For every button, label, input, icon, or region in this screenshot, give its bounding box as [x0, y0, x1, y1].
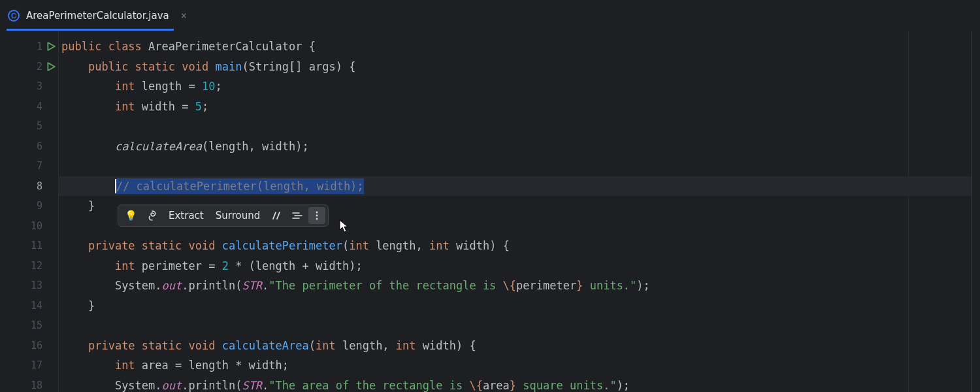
- code-line[interactable]: System.out.println(STR."The area of the …: [59, 376, 972, 393]
- token-kw: void: [182, 60, 215, 73]
- token-fld: STR: [242, 379, 262, 392]
- gutter-line[interactable]: 4: [0, 97, 58, 117]
- class-file-icon: C: [8, 10, 20, 22]
- gutter: 123456789101112131415161718: [0, 31, 59, 392]
- code-line[interactable]: private static void calculateArea(int le…: [59, 336, 972, 356]
- token-str: "The area of the rectangle is: [269, 379, 469, 392]
- token-kw: static: [142, 339, 189, 352]
- token-kw: public: [61, 40, 108, 53]
- ai-assist-button[interactable]: [142, 206, 162, 225]
- tab-active[interactable]: C AreaPerimeterCalculator.java ×: [0, 0, 200, 31]
- line-number: 3: [37, 80, 42, 92]
- token-p: );: [636, 279, 649, 292]
- gutter-line[interactable]: 10: [0, 216, 58, 237]
- intention-bulb-button[interactable]: 💡: [121, 206, 141, 225]
- code-line[interactable]: [59, 116, 972, 137]
- token-tpl: \{: [469, 379, 482, 392]
- gutter-line[interactable]: 11: [0, 236, 58, 256]
- gutter-line[interactable]: 16: [0, 336, 58, 356]
- code-line[interactable]: }: [59, 296, 972, 316]
- extract-button[interactable]: Extract: [163, 206, 209, 225]
- token-cm: // calculatePerimeter(length, width);: [116, 180, 364, 193]
- code-line[interactable]: int width = 5;: [59, 97, 972, 117]
- token-kw: int: [429, 239, 456, 252]
- token-p: }: [88, 199, 95, 212]
- run-gutter-icon[interactable]: [46, 42, 56, 51]
- code-line[interactable]: [59, 156, 972, 176]
- gutter-line[interactable]: 2: [0, 57, 58, 77]
- token-kw: int: [115, 80, 142, 93]
- line-number: 15: [31, 319, 42, 331]
- code-line[interactable]: System.out.println(STR."The perimeter of…: [59, 276, 972, 296]
- code-line[interactable]: int perimeter = 2 * (length + width);: [59, 256, 972, 276]
- code-line[interactable]: int area = length * width;: [59, 355, 972, 376]
- kebab-icon: [312, 210, 321, 221]
- token-kw: void: [189, 339, 222, 352]
- token-p: perimeter: [516, 279, 576, 292]
- token-str: units.": [583, 279, 636, 292]
- gutter-line[interactable]: 3: [0, 76, 58, 97]
- line-number: 11: [31, 240, 42, 252]
- token-p: area = length * width;: [142, 359, 289, 372]
- line-number: 6: [37, 140, 42, 152]
- code-line[interactable]: public static void main(String[] args) {: [59, 57, 972, 77]
- token-kw: int: [316, 339, 342, 352]
- gutter-line[interactable]: 6: [0, 137, 58, 157]
- gutter-line[interactable]: 12: [0, 256, 58, 276]
- token-p: * (length + width);: [229, 259, 363, 272]
- token-kw: int: [396, 339, 423, 352]
- run-gutter-icon[interactable]: [46, 62, 56, 71]
- gutter-line[interactable]: 8: [0, 176, 58, 197]
- token-num: 2: [222, 259, 229, 272]
- token-p: [] args) {: [289, 60, 355, 73]
- more-actions-button[interactable]: [308, 207, 325, 224]
- code-line[interactable]: [59, 316, 972, 336]
- line-number: 4: [37, 101, 42, 112]
- floating-action-toolbar: 💡 Extract Surround: [118, 204, 329, 227]
- code-line[interactable]: calculateArea(length, width);: [59, 137, 972, 157]
- gutter-line[interactable]: 5: [0, 116, 58, 137]
- surround-button[interactable]: Surround: [210, 206, 265, 225]
- code-line[interactable]: // calculatePerimeter(length, width);: [59, 176, 972, 197]
- gutter-line[interactable]: 7: [0, 156, 58, 176]
- svg-point-2: [316, 218, 318, 220]
- token-p: width =: [142, 100, 195, 113]
- code-line[interactable]: public class AreaPerimeterCalculator {: [59, 37, 972, 57]
- line-number: 13: [31, 280, 42, 291]
- tab-title: AreaPerimeterCalculator.java: [26, 10, 169, 22]
- token-p: area: [483, 379, 510, 392]
- bulb-icon: 💡: [125, 210, 137, 221]
- token-kw: int: [115, 100, 142, 113]
- token-kw: public: [88, 60, 135, 73]
- line-number: 7: [37, 160, 42, 172]
- token-fld: STR: [242, 279, 262, 292]
- comment-button[interactable]: [267, 208, 286, 223]
- token-p: .: [262, 279, 269, 292]
- scrollbar[interactable]: [972, 31, 980, 392]
- token-fld: out: [162, 379, 182, 392]
- text-selection: // calculatePerimeter(length, width);: [116, 178, 364, 194]
- svg-point-1: [316, 215, 318, 217]
- token-p: .: [262, 379, 269, 392]
- code-line[interactable]: int length = 10;: [59, 76, 972, 97]
- gutter-line[interactable]: 1: [0, 37, 58, 57]
- line-number: 16: [31, 340, 42, 351]
- reformat-button[interactable]: [287, 208, 307, 223]
- gutter-line[interactable]: 17: [0, 355, 58, 376]
- token-kw: static: [142, 239, 189, 252]
- code-line[interactable]: private static void calculatePerimeter(i…: [59, 236, 972, 256]
- close-icon[interactable]: ×: [176, 10, 192, 22]
- reformat-icon: [291, 211, 303, 220]
- token-fld: out: [162, 279, 182, 292]
- gutter-line[interactable]: 14: [0, 296, 58, 316]
- gutter-line[interactable]: 18: [0, 376, 58, 393]
- gutter-line[interactable]: 9: [0, 196, 58, 216]
- gutter-line[interactable]: 15: [0, 316, 58, 336]
- token-p: System.: [115, 279, 162, 292]
- token-fni: calculateArea: [115, 140, 202, 153]
- token-p: );: [617, 379, 630, 392]
- tab-bar: C AreaPerimeterCalculator.java ×: [0, 0, 980, 31]
- token-str: square units.": [516, 379, 617, 392]
- gutter-line[interactable]: 13: [0, 276, 58, 296]
- line-number: 17: [31, 359, 42, 371]
